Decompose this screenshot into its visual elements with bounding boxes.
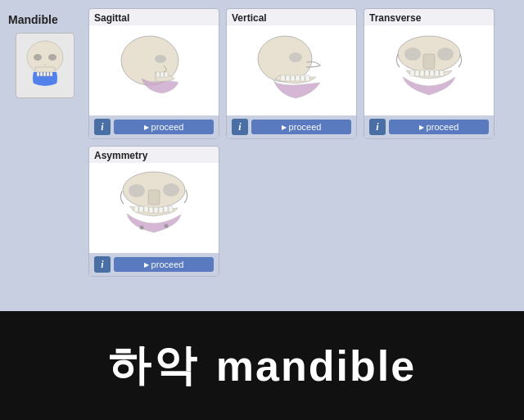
app-container: Mandible	[0, 0, 524, 420]
svg-rect-26	[410, 70, 414, 76]
english-text: mandible	[216, 341, 416, 391]
transverse-proceed-button[interactable]: proceed	[389, 120, 489, 134]
svg-rect-23	[423, 54, 435, 69]
svg-rect-41	[144, 206, 148, 212]
svg-rect-5	[40, 72, 43, 76]
svg-point-36	[163, 183, 179, 196]
svg-rect-19	[296, 75, 300, 81]
card-asymmetry-footer: i proceed	[89, 253, 219, 276]
svg-point-37	[140, 226, 144, 230]
svg-rect-21	[305, 75, 309, 81]
vertical-info-button[interactable]: i	[232, 119, 248, 135]
card-sagittal: Sagittal	[88, 8, 219, 139]
svg-rect-28	[420, 70, 424, 76]
svg-rect-46	[169, 206, 173, 212]
svg-rect-45	[164, 206, 168, 212]
svg-rect-39	[134, 206, 138, 212]
card-asymmetry-title: Asymmetry	[89, 147, 219, 163]
card-sagittal-footer: i proceed	[89, 115, 219, 138]
svg-rect-27	[415, 70, 419, 76]
svg-point-10	[155, 55, 166, 63]
svg-rect-40	[139, 206, 143, 212]
svg-rect-18	[291, 75, 295, 81]
sagittal-info-button[interactable]: i	[94, 119, 111, 135]
cards-row-2: Asymmetry	[88, 146, 516, 277]
svg-rect-11	[156, 72, 160, 77]
card-vertical-title: Vertical	[227, 9, 356, 25]
svg-rect-44	[159, 207, 163, 213]
svg-rect-43	[154, 207, 158, 213]
top-panel: Mandible	[0, 0, 524, 311]
card-vertical-image	[227, 25, 356, 115]
skull-icon	[16, 33, 75, 98]
card-transverse-image	[364, 25, 494, 115]
svg-rect-4	[37, 72, 39, 76]
svg-rect-13	[165, 72, 168, 77]
svg-rect-30	[430, 70, 434, 76]
bottom-bar: 하악 mandible	[0, 311, 524, 420]
card-sagittal-title: Sagittal	[89, 9, 219, 25]
svg-rect-17	[286, 75, 290, 81]
vertical-proceed-button[interactable]: proceed	[251, 120, 351, 134]
svg-rect-29	[425, 70, 429, 76]
svg-rect-32	[440, 70, 444, 76]
svg-point-35	[129, 184, 145, 197]
sagittal-proceed-button[interactable]: proceed	[114, 120, 214, 134]
svg-point-2	[48, 54, 56, 61]
svg-point-15	[289, 52, 302, 62]
svg-point-1	[34, 54, 42, 61]
svg-rect-12	[160, 72, 164, 77]
card-asymmetry-image	[89, 163, 219, 253]
card-sagittal-image	[89, 25, 219, 115]
svg-point-25	[437, 47, 454, 61]
card-transverse-title: Transverse	[364, 9, 494, 25]
svg-point-38	[165, 224, 169, 228]
svg-rect-16	[281, 75, 285, 81]
cards-area: Sagittal	[88, 8, 516, 303]
svg-point-24	[404, 47, 421, 61]
sidebar: Mandible	[8, 8, 82, 303]
cards-row-1: Sagittal	[88, 8, 516, 139]
svg-rect-31	[435, 70, 439, 76]
svg-rect-34	[148, 190, 160, 205]
card-transverse-footer: i proceed	[364, 115, 494, 138]
svg-rect-6	[43, 72, 46, 76]
svg-rect-42	[149, 207, 153, 213]
card-transverse: Transverse	[364, 8, 495, 139]
card-vertical-footer: i proceed	[227, 115, 356, 138]
card-asymmetry: Asymmetry	[88, 146, 219, 277]
asymmetry-proceed-button[interactable]: proceed	[114, 257, 214, 272]
card-vertical: Vertical	[226, 8, 357, 139]
asymmetry-info-button[interactable]: i	[94, 256, 111, 273]
svg-point-14	[258, 36, 312, 82]
sidebar-title: Mandible	[8, 13, 58, 26]
transverse-info-button[interactable]: i	[369, 119, 386, 135]
svg-rect-7	[47, 72, 49, 76]
svg-rect-20	[300, 75, 305, 81]
korean-text: 하악	[108, 337, 200, 395]
svg-rect-8	[50, 72, 52, 76]
